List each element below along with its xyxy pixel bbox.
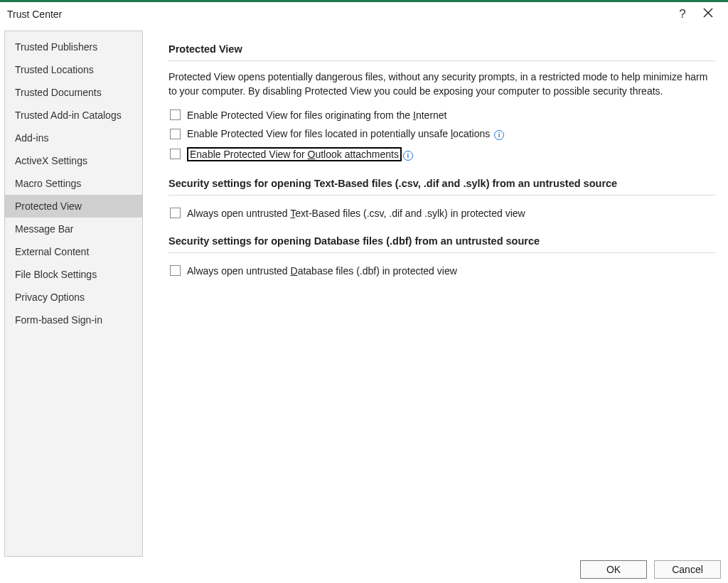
sidebar-item-file-block-settings[interactable]: File Block Settings [5,263,142,286]
checkbox-outlook-attachments[interactable] [170,149,181,159]
section-text-based: Security settings for opening Text-Based… [168,178,715,223]
checkbox-row-unsafe-locations[interactable]: Enable Protected View for files located … [168,124,715,144]
section-heading-text-based: Security settings for opening Text-Based… [168,178,715,196]
section-protected-view: Protected View Protected View opens pote… [168,43,715,165]
sidebar-item-trusted-addin-catalogs[interactable]: Trusted Add-in Catalogs [5,104,142,127]
checkbox-label-unsafe-locations: Enable Protected View for files located … [187,128,504,140]
window-title: Trust Center [7,9,62,20]
sidebar-item-privacy-options[interactable]: Privacy Options [5,286,142,309]
sidebar-item-external-content[interactable]: External Content [5,240,142,263]
sidebar-item-trusted-publishers[interactable]: Trusted Publishers [5,36,142,58]
help-icon[interactable]: ? [670,7,695,21]
ok-button[interactable]: OK [580,560,647,579]
highlighted-option: Enable Protected View for Outlook attach… [187,147,402,161]
checkbox-database[interactable] [170,265,181,276]
sidebar-item-trusted-locations[interactable]: Trusted Locations [5,58,142,81]
checkbox-text-based[interactable] [170,208,181,218]
titlebar: Trust Center ? [0,2,728,26]
section-heading-database: Security settings for opening Database f… [168,235,715,253]
info-icon[interactable]: i [494,130,504,140]
checkbox-label-database: Always open untrusted Database files (.d… [187,265,457,277]
checkbox-internet[interactable] [170,109,181,120]
checkbox-unsafe-locations[interactable] [170,129,181,139]
checkbox-row-text-based[interactable]: Always open untrusted Text-Based files (… [168,204,715,223]
checkbox-row-internet[interactable]: Enable Protected View for files originat… [168,106,715,124]
sidebar-item-activex-settings[interactable]: ActiveX Settings [5,149,142,172]
dialog-footer: OK Cancel [580,560,721,579]
checkbox-label-outlook-attachments: Enable Protected View for Outlook attach… [187,147,413,161]
sidebar-item-macro-settings[interactable]: Macro Settings [5,172,142,195]
protected-view-description: Protected View opens potentially dangero… [168,70,715,99]
section-database: Security settings for opening Database f… [168,235,715,280]
sidebar-item-message-bar[interactable]: Message Bar [5,218,142,240]
sidebar-item-form-based-signin[interactable]: Form-based Sign-in [5,309,142,331]
sidebar-item-trusted-documents[interactable]: Trusted Documents [5,81,142,104]
close-icon[interactable] [695,7,721,21]
info-icon[interactable]: i [403,151,413,161]
sidebar-item-protected-view[interactable]: Protected View [5,195,142,218]
checkbox-row-database[interactable]: Always open untrusted Database files (.d… [168,262,715,280]
checkbox-label-text-based: Always open untrusted Text-Based files (… [187,208,525,219]
checkbox-row-outlook-attachments[interactable]: Enable Protected View for Outlook attach… [168,144,715,165]
sidebar-item-add-ins[interactable]: Add-ins [5,127,142,149]
dialog-body: Trusted Publishers Trusted Locations Tru… [0,26,728,557]
sidebar: Trusted Publishers Trusted Locations Tru… [4,31,143,557]
cancel-button[interactable]: Cancel [654,560,721,579]
main-panel: Protected View Protected View opens pote… [143,31,725,557]
checkbox-label-internet: Enable Protected View for files originat… [187,109,447,121]
section-heading-protected-view: Protected View [168,43,715,61]
